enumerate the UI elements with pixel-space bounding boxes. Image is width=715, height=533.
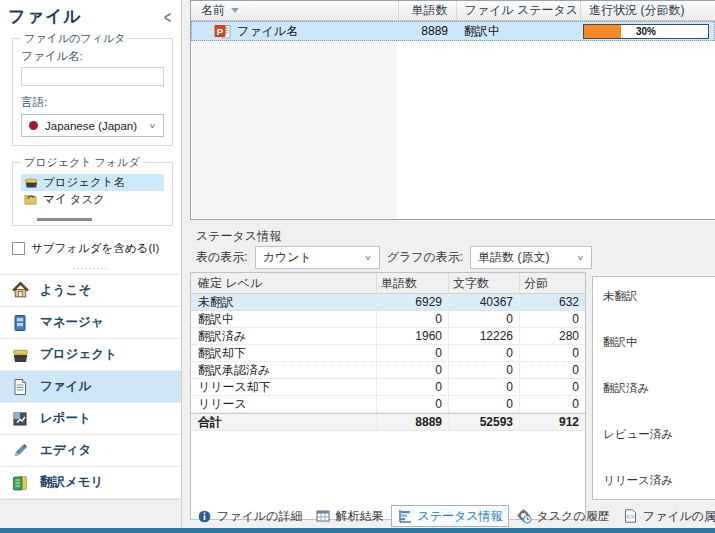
nav-item-label: マネージャ: [40, 314, 104, 331]
cell-chars: 0: [448, 311, 519, 327]
cell-words: 6929: [376, 294, 448, 310]
cell-level: リリース: [191, 396, 376, 413]
column-header-label: 単語数: [412, 2, 448, 19]
cell-words: 8889: [376, 414, 448, 430]
language-value: Japanese (Japan): [45, 120, 137, 132]
tab-file-details[interactable]: ファイルの詳細: [192, 505, 307, 527]
column-header-status[interactable]: ファイル ステータス: [456, 1, 581, 20]
svg-text:P: P: [217, 25, 224, 36]
splitter-grip[interactable]: ·········: [0, 264, 181, 272]
sidebar: ファイル < ファイルのフィルタ ファイル名: 言語: Japanese (Ja…: [0, 0, 182, 528]
project-folder-legend: プロジェクト フォルダ: [21, 155, 143, 170]
table-row[interactable]: 翻訳承認済み 0 0 0: [191, 362, 585, 379]
nav-item-label: エディタ: [40, 442, 91, 459]
cell-words: 0: [376, 345, 448, 361]
nav-item-label: プロジェクト: [40, 346, 117, 363]
graph-display-value: 単語数 (原文): [478, 249, 549, 266]
cell-chars: 0: [448, 396, 519, 412]
tree-item-project[interactable]: プロジェクト名: [21, 174, 164, 191]
tab-file-attributes[interactable]: <> ファイルの属性: [618, 505, 715, 527]
status-table-header: 確定 レベル 単語数 文字数 分節: [191, 273, 585, 294]
editor-icon: [10, 441, 30, 461]
language-select[interactable]: Japanese (Japan) ∨: [21, 114, 164, 137]
tab-task-history[interactable]: タスクの履歴: [512, 505, 615, 527]
nav-item-translation-memories[interactable]: 翻訳メモリ: [0, 467, 181, 499]
table-row[interactable]: リリース却下 0 0 0: [191, 379, 585, 396]
cell-level: 翻訳承認済み: [191, 362, 376, 379]
tab-label: タスクの履歴: [537, 508, 610, 525]
chevron-down-icon: ∨: [577, 254, 584, 262]
nav-item-welcome[interactable]: ようこそ: [0, 275, 181, 307]
column-header-words[interactable]: 単語数: [398, 1, 456, 20]
project-folder-icon: [23, 174, 38, 191]
tree-item-my-tasks[interactable]: マイ タスク: [21, 191, 164, 208]
manager-icon: [10, 313, 30, 333]
table-row[interactable]: 翻訳済み 1960 12226 280: [191, 328, 585, 345]
graph-display-select[interactable]: 単語数 (原文) ∨: [470, 246, 592, 269]
file-row[interactable]: P ファイル名 8889 翻訳中 30%: [191, 21, 715, 41]
nav-item-files[interactable]: ファイル: [0, 371, 181, 403]
task-history-icon: [517, 509, 532, 524]
file-name-input[interactable]: [21, 67, 164, 86]
chart-category-label: 翻訳中: [603, 335, 638, 350]
file-name-label: ファイル名:: [21, 49, 164, 64]
nav-item-label: レポート: [40, 410, 91, 427]
cell-words: 1960: [376, 328, 448, 344]
cell-chars: 52593: [448, 414, 519, 430]
table-display-select[interactable]: カウント ∨: [255, 246, 380, 269]
column-header-name[interactable]: 名前: [191, 1, 398, 20]
cell-chars: 0: [448, 362, 519, 378]
column-header-label: ファイル ステータス: [465, 2, 579, 19]
checkbox-icon[interactable]: [12, 242, 25, 255]
cell-words: 0: [376, 396, 448, 412]
table-row[interactable]: 翻訳却下 0 0 0: [191, 345, 585, 362]
column-header-segments[interactable]: 分節: [519, 273, 585, 293]
cell-segments: 912: [519, 414, 585, 430]
graph-display-label: グラフの表示:: [387, 249, 463, 266]
status-chart-icon: [397, 509, 412, 524]
status-table: 確定 レベル 単語数 文字数 分節 未翻訳 6929 40367 632 翻訳中…: [190, 272, 586, 520]
powerpoint-file-icon: P: [214, 24, 231, 39]
language-label: 言語:: [21, 95, 164, 110]
column-header-confirm-level[interactable]: 確定 レベル: [191, 275, 376, 292]
cell-segments: 0: [519, 379, 585, 395]
table-display-label: 表の表示:: [196, 249, 248, 266]
file-list-header: 名前 単語数 ファイル ステータス 進行状況 (分節数): [191, 1, 715, 21]
column-header-chars[interactable]: 文字数: [448, 273, 519, 293]
cell-segments: 0: [519, 362, 585, 378]
nav-item-editor[interactable]: エディタ: [0, 435, 181, 467]
cell-chars: 40367: [448, 294, 519, 310]
table-row[interactable]: 未翻訳 6929 40367 632: [191, 294, 585, 311]
cell-words: 0: [376, 379, 448, 395]
include-subfolders-checkbox[interactable]: サブフォルダを含める(I): [12, 241, 181, 256]
cell-chars: 0: [448, 379, 519, 395]
status-panel-title: ステータス情報: [196, 228, 281, 245]
sidebar-title: ファイル: [8, 5, 82, 28]
project-folder-group: プロジェクト フォルダ プロジェクト名 マイ タスク: [12, 155, 173, 226]
nav-item-manager[interactable]: マネージャ: [0, 307, 181, 339]
chart-category-label: 翻訳済み: [603, 381, 649, 396]
cell-segments: 0: [519, 345, 585, 361]
tab-analysis-results[interactable]: 解析結果: [310, 505, 388, 527]
reports-icon: [10, 409, 30, 429]
tree-horizontal-scrollbar[interactable]: [37, 218, 92, 221]
cell-segments: 280: [519, 328, 585, 344]
column-header-words[interactable]: 単語数: [376, 273, 448, 293]
nav-item-projects[interactable]: プロジェクト: [0, 339, 181, 371]
cell-segments: 0: [519, 311, 585, 327]
file-name: ファイル名: [237, 23, 298, 40]
table-row[interactable]: 翻訳中 0 0 0: [191, 311, 585, 328]
cell-segments: 0: [519, 396, 585, 412]
tab-status-information[interactable]: ステータス情報: [391, 505, 508, 527]
table-row[interactable]: リリース 0 0 0: [191, 396, 585, 413]
navigation-list: ようこそ マネージャ プロジェクト ファイル レポート: [0, 274, 181, 499]
file-filter-group: ファイルのフィルタ ファイル名: 言語: Japanese (Japan) ∨: [12, 31, 173, 146]
nav-item-reports[interactable]: レポート: [0, 403, 181, 435]
chart-category-label: リリース済み: [603, 473, 673, 488]
collapse-sidebar-icon[interactable]: <: [164, 7, 171, 27]
table-total-row: 合計 8889 52593 912: [191, 413, 585, 431]
column-header-progress[interactable]: 進行状況 (分節数): [580, 1, 715, 20]
cell-chars: 0: [448, 345, 519, 361]
tab-label: ステータス情報: [417, 508, 502, 525]
cell-segments: 632: [519, 294, 585, 310]
